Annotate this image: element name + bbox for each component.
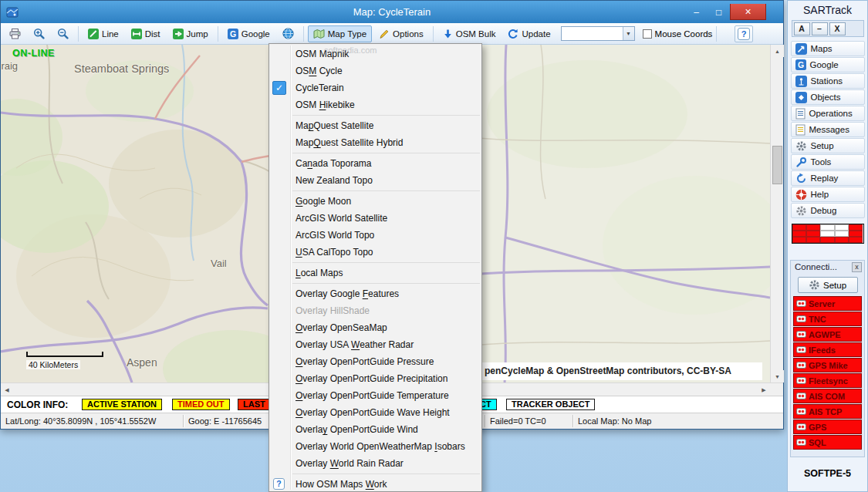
menu-item-label: USA CalTopo Topo xyxy=(296,247,373,258)
menu-item-osm-mapnik[interactable]: OSM Mapnik xyxy=(269,45,481,62)
jump-button[interactable]: Jump xyxy=(167,25,214,42)
panel-control-a[interactable]: A xyxy=(794,22,810,35)
zoom-out-button[interactable] xyxy=(52,25,74,42)
checkbox-box[interactable] xyxy=(643,29,652,39)
scroll-right-icon[interactable]: ▶ xyxy=(758,383,770,396)
menu-item-overlay-google-features[interactable]: Overlay Google Features xyxy=(269,285,481,302)
menu-item-overlay-openportguide-precipitation[interactable]: Overlay OpenPortGuide Precipitation xyxy=(269,370,481,387)
sidebar-button-stations[interactable]: Stations xyxy=(791,73,865,89)
google-button[interactable]: GGoogle xyxy=(222,25,275,42)
sidebar-button-operations[interactable]: Operations xyxy=(791,106,865,121)
menu-item-label: Overlay USA Weather Radar xyxy=(296,339,414,350)
scroll-down-icon[interactable]: ▼ xyxy=(771,370,784,382)
chevron-down-icon[interactable]: ▼ xyxy=(623,27,634,40)
scroll-left-icon[interactable]: ◀ xyxy=(1,383,13,396)
scroll-up-icon[interactable]: ▲ xyxy=(771,45,784,57)
plug-icon xyxy=(796,299,806,308)
svg-text:G: G xyxy=(230,29,236,38)
menu-item-overlay-openportguide-pressure[interactable]: Overlay OpenPortGuide Pressure xyxy=(269,353,481,370)
menu-item-label: Local Maps xyxy=(296,268,343,278)
menu-item-local-maps[interactable]: Local Maps xyxy=(269,265,481,281)
maximize-button[interactable]: □ xyxy=(708,4,730,20)
status-cell xyxy=(806,224,820,231)
sidebar-button-replay[interactable]: Replay xyxy=(791,170,865,186)
connection-server[interactable]: Server xyxy=(793,296,862,311)
debug-icon xyxy=(795,205,807,217)
dist-button[interactable]: Dist xyxy=(126,25,166,42)
connection-ais-com[interactable]: AIS COM xyxy=(793,389,862,403)
connection-label: TNC xyxy=(809,315,826,324)
connection-gps[interactable]: GPS xyxy=(793,420,862,434)
vertical-scrollbar[interactable]: ▲ ▼ xyxy=(770,45,783,382)
menu-item-mapquest-satellite[interactable]: MapQuest Satellite xyxy=(269,117,481,134)
connection-fleetsync[interactable]: Fleetsync xyxy=(793,373,862,388)
zoom-in-button[interactable] xyxy=(28,25,50,42)
menu-item-arcgis-world-satellite[interactable]: ArcGIS World Satellite xyxy=(269,210,481,227)
sidebar-button-objects[interactable]: Objects xyxy=(791,89,865,105)
sidebar-button-tools[interactable]: Tools xyxy=(791,154,865,170)
panel-control-x[interactable]: X xyxy=(829,22,846,35)
menu-item-how-osm-maps-work[interactable]: ?How OSM Maps Work xyxy=(269,476,481,492)
osm-bulk-button[interactable]: OSM Bulk xyxy=(437,25,502,42)
line-button[interactable]: Line xyxy=(83,25,124,42)
toolbar-combo[interactable]: ▼ xyxy=(561,26,635,41)
map-label-vail: Vail xyxy=(211,258,227,269)
sidebar-button-setup[interactable]: Setup xyxy=(791,138,865,153)
update-button[interactable]: Update xyxy=(502,25,556,42)
connection-ifeeds[interactable]: IFeeds xyxy=(793,342,862,357)
menu-item-overlay-openportguide-wind[interactable]: Overlay OpenPortGuide Wind xyxy=(269,421,481,438)
menu-item-label: Overlay Google Features xyxy=(296,288,399,299)
menu-item-canada-toporama[interactable]: Canada Toporama xyxy=(269,155,481,172)
menu-item-overlay-usa-weather-radar[interactable]: Overlay USA Weather Radar xyxy=(269,336,481,353)
connections-setup-button[interactable]: Setup xyxy=(798,277,858,293)
sartrack-mini-toolbar: A–X xyxy=(792,20,864,37)
sidebar-button-messages[interactable]: Messages xyxy=(791,122,865,137)
menu-item-cycleterain[interactable]: ✓CycleTerain xyxy=(269,79,481,96)
menu-item-new-zealand-topo[interactable]: New Zealand Topo xyxy=(269,172,481,189)
menu-item-overlay-world-openweathermap-isobars[interactable]: Overlay World OpenWeatherMap Isobars xyxy=(269,438,481,455)
toolbar: LineDistJumpGGoogleMap TypeOptionsOSM Bu… xyxy=(1,23,783,45)
menu-item-arcgis-world-topo[interactable]: ArcGIS World Topo xyxy=(269,227,481,244)
menu-item-osm-cycle[interactable]: OSM Cycle xyxy=(269,62,481,79)
menu-item-label: ArcGIS World Satellite xyxy=(296,213,387,224)
status-goog: Goog: E -11765645 xyxy=(188,416,262,426)
menu-item-overlay-openseamap[interactable]: Overlay OpenSeaMap xyxy=(269,319,481,336)
connection-sql[interactable]: SQL xyxy=(793,435,862,450)
close-icon[interactable]: x xyxy=(852,262,862,272)
online-status: ON-LINE xyxy=(12,48,55,59)
menu-item-usa-caltopo-topo[interactable]: USA CalTopo Topo xyxy=(269,244,481,261)
vertical-scroll-thumb[interactable] xyxy=(772,146,782,184)
sidebar-button-debug[interactable]: Debug xyxy=(791,203,865,218)
menu-item-label: CycleTerain xyxy=(296,83,344,93)
minimize-button[interactable]: – xyxy=(685,4,708,20)
menu-item-overlay-openportguide-temperature[interactable]: Overlay OpenPortGuide Temperature xyxy=(269,387,481,404)
google-icon: G xyxy=(228,29,238,39)
plug-icon xyxy=(796,407,806,416)
status-cell xyxy=(792,231,806,237)
options-button[interactable]: Options xyxy=(373,25,429,42)
sidebar-button-maps[interactable]: Maps xyxy=(791,41,865,56)
sidebar-button-google[interactable]: GGoogle xyxy=(791,57,865,72)
close-button[interactable]: × xyxy=(730,4,766,20)
panel-control-[interactable]: – xyxy=(812,22,828,35)
connection-tnc[interactable]: TNC xyxy=(793,312,862,326)
sidebar-button-help[interactable]: Help xyxy=(791,187,865,202)
menu-item-google-moon[interactable]: Google Moon xyxy=(269,193,481,210)
menu-item-label: Overlay World OpenWeatherMap Isobars xyxy=(296,441,465,452)
menu-item-mapquest-satellite-hybrid[interactable]: MapQuest Satellite Hybrid xyxy=(269,134,481,151)
menu-item-overlay-openportguide-wave-height[interactable]: Overlay OpenPortGuide Wave Height xyxy=(269,404,481,421)
plug-icon xyxy=(796,361,806,369)
menu-item-overlay-world-rain-radar[interactable]: Overlay World Rain Radar xyxy=(269,455,481,472)
titlebar[interactable]: Map: CycleTerain – □ × xyxy=(1,1,783,23)
connection-agwpe[interactable]: AGWPE xyxy=(793,327,862,342)
mouse-coords-checkbox[interactable]: Mouse Coords xyxy=(643,29,713,39)
help-button[interactable]: ? xyxy=(735,25,753,42)
map-type-button[interactable]: Map Type xyxy=(308,25,372,42)
connection-ais-tcp[interactable]: AIS TCP xyxy=(793,404,862,419)
globe-button[interactable] xyxy=(277,25,299,42)
connection-gps-mike[interactable]: GPS Mike xyxy=(793,358,862,372)
menu-item-osm-hikebike[interactable]: OSM Hikebike xyxy=(269,96,481,113)
menu-item-label: OSM Hikebike xyxy=(296,99,355,110)
jump-button-label: Jump xyxy=(187,29,208,39)
print-button[interactable] xyxy=(4,25,26,42)
